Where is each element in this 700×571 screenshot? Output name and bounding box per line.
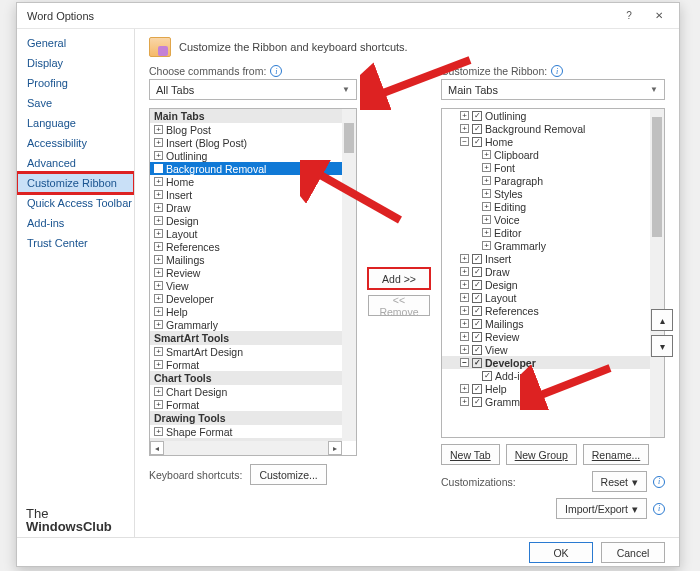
cancel-button[interactable]: Cancel bbox=[601, 542, 665, 563]
sidebar-advanced[interactable]: Advanced bbox=[17, 153, 134, 173]
sidebar-general[interactable]: General bbox=[17, 33, 134, 53]
rename-button[interactable]: Rename... bbox=[583, 444, 649, 465]
customizations-label: Customizations: bbox=[441, 476, 516, 488]
choose-commands-dropdown[interactable]: All Tabs ▼ bbox=[149, 79, 357, 100]
sidebar-display[interactable]: Display bbox=[17, 53, 134, 73]
dialog-footer: OK Cancel bbox=[17, 537, 679, 567]
help-button[interactable]: ? bbox=[615, 7, 643, 25]
watermark: TheWindowsClub bbox=[26, 507, 112, 533]
sidebar-customize-ribbon[interactable]: Customize Ribbon bbox=[17, 173, 134, 193]
category-sidebar: General Display Proofing Save Language A… bbox=[17, 29, 135, 537]
reorder-buttons: ▴ ▾ bbox=[651, 309, 673, 357]
ribbon-icon bbox=[149, 37, 171, 57]
window-title: Word Options bbox=[27, 10, 94, 22]
info-icon[interactable]: i bbox=[551, 65, 563, 77]
scrollbar-v[interactable] bbox=[342, 109, 356, 441]
new-tab-button[interactable]: New Tab bbox=[441, 444, 500, 465]
customize-ribbon-label: Customize the Ribbon: bbox=[441, 65, 547, 77]
info-icon[interactable]: i bbox=[270, 65, 282, 77]
remove-button[interactable]: << Remove bbox=[368, 295, 430, 316]
scrollbar-h[interactable]: ◂▸ bbox=[150, 441, 342, 455]
main-panel: Customize the Ribbon and keyboard shortc… bbox=[135, 29, 679, 537]
import-export-button[interactable]: Import/Export ▾ bbox=[556, 498, 647, 519]
sidebar-trust-center[interactable]: Trust Center bbox=[17, 233, 134, 253]
info-icon[interactable]: i bbox=[653, 503, 665, 515]
commands-tree[interactable]: Main Tabs +Blog Post +Insert (Blog Post)… bbox=[149, 108, 357, 456]
page-header: Customize the Ribbon and keyboard shortc… bbox=[179, 41, 408, 53]
info-icon[interactable]: i bbox=[653, 476, 665, 488]
sidebar-quick-access[interactable]: Quick Access Toolbar bbox=[17, 193, 134, 213]
customize-keyboard-button[interactable]: Customize... bbox=[250, 464, 326, 485]
section-main-tabs: Main Tabs bbox=[150, 109, 342, 123]
titlebar: Word Options ? ✕ bbox=[17, 3, 679, 29]
scrollbar-v[interactable] bbox=[650, 109, 664, 437]
chevron-down-icon: ▼ bbox=[342, 85, 350, 94]
word-options-dialog: Word Options ? ✕ General Display Proofin… bbox=[16, 2, 680, 567]
reset-button[interactable]: Reset ▾ bbox=[592, 471, 647, 492]
sidebar-save[interactable]: Save bbox=[17, 93, 134, 113]
move-down-button[interactable]: ▾ bbox=[651, 335, 673, 357]
add-button[interactable]: Add >> bbox=[368, 268, 430, 289]
tree-item-background-removal: +Background Removal bbox=[150, 162, 342, 175]
keyboard-shortcuts-label: Keyboard shortcuts: bbox=[149, 469, 242, 481]
ok-button[interactable]: OK bbox=[529, 542, 593, 563]
sidebar-proofing[interactable]: Proofing bbox=[17, 73, 134, 93]
choose-commands-label: Choose commands from: bbox=[149, 65, 266, 77]
chevron-down-icon: ▼ bbox=[650, 85, 658, 94]
sidebar-language[interactable]: Language bbox=[17, 113, 134, 133]
customize-ribbon-dropdown[interactable]: Main Tabs ▼ bbox=[441, 79, 665, 100]
tree-item-developer: −Developer bbox=[442, 356, 650, 369]
sidebar-addins[interactable]: Add-ins bbox=[17, 213, 134, 233]
sidebar-accessibility[interactable]: Accessibility bbox=[17, 133, 134, 153]
ribbon-tree[interactable]: +Outlining +Background Removal −Home +Cl… bbox=[441, 108, 665, 438]
close-button[interactable]: ✕ bbox=[645, 7, 673, 25]
move-up-button[interactable]: ▴ bbox=[651, 309, 673, 331]
new-group-button[interactable]: New Group bbox=[506, 444, 577, 465]
window-controls: ? ✕ bbox=[615, 7, 673, 25]
